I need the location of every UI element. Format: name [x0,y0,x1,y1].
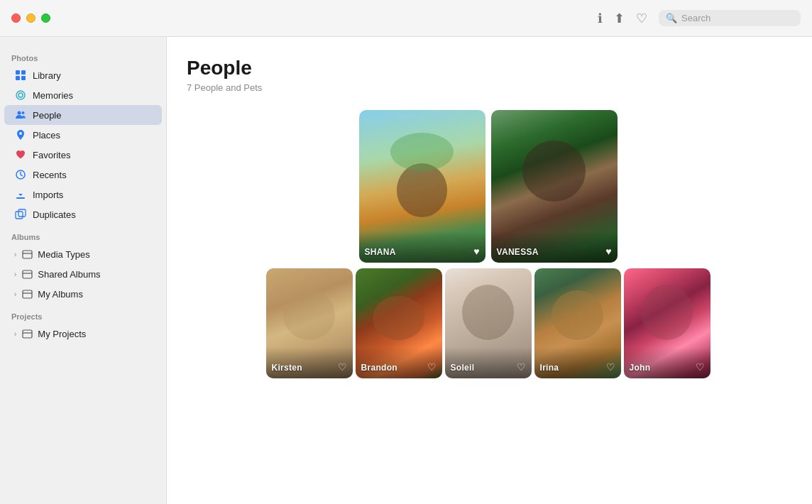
sidebar-label-my-albums: My Albums [38,289,83,300]
person-card-brandon[interactable]: Brandon ♡ [356,268,442,378]
person-name-vanessa: VANESSA [497,247,539,257]
svg-rect-11 [18,209,26,217]
sidebar-label-places: Places [33,130,60,141]
memories-icon [14,89,27,102]
person-card-john[interactable]: John ♡ [624,268,710,378]
person-heart-shana[interactable]: ♥ [473,246,479,257]
sidebar-item-library[interactable]: Library [4,65,162,85]
sidebar-item-people[interactable]: People [4,105,162,125]
chevron-icon-media: › [14,251,16,258]
sidebar-item-places[interactable]: Places [4,125,162,145]
person-card-soleil[interactable]: Soleil ♡ [445,268,532,378]
sidebar-item-imports[interactable]: Imports [4,185,162,204]
person-name-overlay-john: John ♡ [624,347,710,378]
sidebar-label-recents: Recents [33,170,67,180]
person-name-overlay-shana: SHANA ♥ [359,231,485,263]
person-name-john: John [630,363,651,373]
title-bar: ℹ ⬆ ♡ 🔍 [0,0,812,37]
content-area: People 7 People and Pets SHANA ♥ VANESSA… [167,37,812,504]
person-heart-brandon[interactable]: ♡ [427,361,437,373]
people-grid-top: SHANA ♥ VANESSA ♥ [187,110,789,263]
sidebar-item-my-projects[interactable]: › My Projects [4,324,162,344]
person-name-shana: SHANA [365,247,396,257]
info-icon[interactable]: ℹ [598,11,603,26]
person-card-shana[interactable]: SHANA ♥ [359,110,485,263]
toolbar-actions: ℹ ⬆ ♡ 🔍 [598,10,801,26]
person-name-overlay-irina: Irina ♡ [534,347,621,378]
svg-point-5 [18,93,23,97]
shared-albums-icon [21,268,33,280]
person-heart-soleil[interactable]: ♡ [517,361,526,373]
sidebar-item-duplicates[interactable]: Duplicates [4,204,162,224]
chevron-icon-projects: › [14,330,16,338]
svg-rect-12 [23,251,32,258]
svg-rect-16 [23,290,32,298]
sidebar-item-shared-albums[interactable]: › Shared Albums [4,264,162,284]
person-name-brandon: Brandon [361,363,397,373]
sidebar-label-media-types: Media Types [38,249,89,260]
my-albums-icon [21,287,33,300]
svg-point-7 [22,111,25,114]
person-name-overlay-kirsten: Kirsten ♡ [266,347,353,378]
person-heart-kirsten[interactable]: ♡ [338,361,347,373]
person-card-irina[interactable]: Irina ♡ [534,268,621,378]
window-controls [11,13,50,23]
sidebar: Photos Library Memories People Places [0,37,167,504]
svg-rect-10 [16,212,23,219]
main-layout: Photos Library Memories People Places [0,37,812,504]
person-name-irina: Irina [540,363,559,373]
person-card-kirsten[interactable]: Kirsten ♡ [266,268,353,378]
person-card-vanessa[interactable]: VANESSA ♥ [491,110,618,263]
sidebar-label-my-projects: My Projects [38,329,86,339]
person-heart-john[interactable]: ♡ [696,361,705,373]
close-button[interactable] [11,13,21,23]
sidebar-label-library: Library [33,70,61,81]
person-name-overlay-soleil: Soleil ♡ [445,347,532,378]
sidebar-item-my-albums[interactable]: › My Albums [4,284,162,304]
share-icon[interactable]: ⬆ [614,11,625,26]
svg-rect-3 [21,76,26,80]
people-icon [14,109,27,121]
person-name-overlay-vanessa: VANESSA ♥ [491,231,618,263]
person-name-kirsten: Kirsten [272,363,302,373]
favorites-icon [14,148,27,161]
sidebar-section-photos: Photos [0,45,166,65]
search-icon: 🔍 [666,13,677,23]
sidebar-section-albums: Albums [0,224,166,244]
page-title: People [187,57,789,80]
places-icon [14,128,27,141]
sidebar-item-media-types[interactable]: › Media Types [4,244,162,264]
recents-icon [14,168,27,181]
media-types-icon [21,248,33,261]
svg-rect-14 [23,270,32,278]
sidebar-label-memories: Memories [33,90,73,101]
sidebar-section-projects: Projects [0,304,166,324]
sidebar-item-favorites[interactable]: Favorites [4,145,162,165]
heart-icon[interactable]: ♡ [636,11,647,26]
person-heart-irina[interactable]: ♡ [606,361,615,373]
imports-icon [14,188,27,201]
library-icon [14,69,27,82]
person-name-overlay-brandon: Brandon ♡ [356,347,442,378]
svg-rect-2 [16,76,20,80]
maximize-button[interactable] [41,13,50,23]
minimize-button[interactable] [26,13,35,23]
sidebar-item-recents[interactable]: Recents [4,165,162,185]
svg-point-4 [16,91,25,99]
svg-rect-1 [21,70,26,75]
svg-point-6 [18,111,21,115]
search-input[interactable] [681,13,788,23]
chevron-icon-shared: › [14,270,16,278]
people-grid-bottom: Kirsten ♡ Brandon ♡ Soleil ♡ [187,268,789,378]
person-name-soleil: Soleil [451,363,475,373]
page-subtitle: 7 People and Pets [187,82,789,93]
svg-rect-9 [16,197,25,199]
svg-rect-18 [23,330,32,338]
sidebar-label-imports: Imports [33,190,63,200]
person-heart-vanessa[interactable]: ♥ [605,246,611,257]
svg-rect-0 [16,70,20,75]
sidebar-label-favorites: Favorites [33,150,70,160]
sidebar-label-shared-albums: Shared Albums [38,269,100,280]
search-bar[interactable]: 🔍 [659,10,801,26]
sidebar-item-memories[interactable]: Memories [4,85,162,105]
